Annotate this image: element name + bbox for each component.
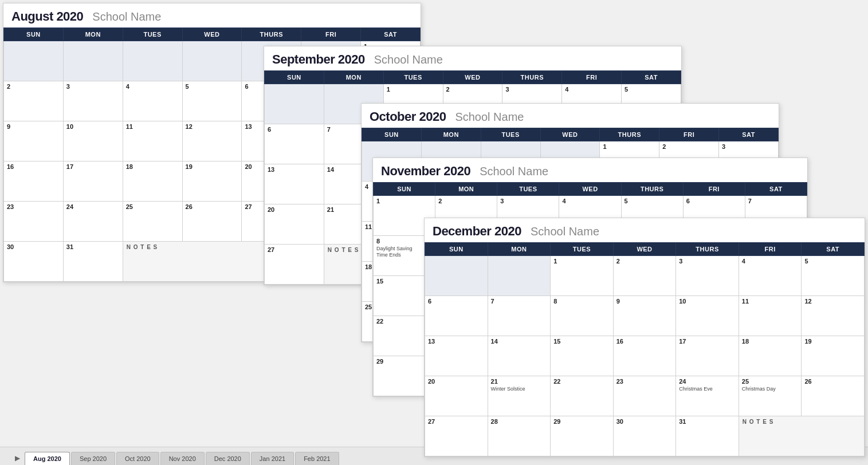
- table-row: 11: [123, 121, 182, 161]
- day-header-sun: SUN: [374, 183, 435, 196]
- tab-item[interactable]: Aug 2020: [25, 452, 70, 465]
- table-row: 27: [265, 245, 324, 285]
- day-number: 18: [742, 338, 799, 345]
- tab-item[interactable]: Oct 2020: [116, 452, 159, 465]
- day-number: 9: [7, 123, 60, 130]
- day-number: 31: [66, 243, 120, 250]
- day-number: 5: [625, 86, 678, 93]
- day-header-wed: WED: [559, 183, 621, 196]
- day-number: 1: [387, 86, 440, 93]
- table-row: 31: [63, 242, 123, 282]
- day-header-thurs: THURS: [242, 28, 301, 41]
- day-number: 26: [804, 378, 861, 385]
- day-header-mon: MON: [488, 243, 551, 256]
- day-number: 3: [679, 258, 736, 265]
- calendar-header-aug2020: August 2020School Name: [3, 3, 421, 27]
- day-number: 20: [428, 378, 485, 385]
- day-number: 10: [679, 298, 736, 305]
- table-row: 12: [182, 121, 242, 161]
- table-row: 23: [4, 202, 64, 242]
- table-row: 2: [613, 256, 676, 296]
- tab-item[interactable]: Nov 2020: [160, 452, 205, 465]
- table-row: 10: [676, 296, 739, 336]
- table-row: 13: [425, 336, 488, 376]
- table-row: 5: [802, 256, 865, 296]
- school-name-oct2020: School Name: [455, 111, 524, 124]
- tab-item[interactable]: Feb 2021: [295, 452, 339, 465]
- table-row: 4: [739, 256, 802, 296]
- day-number: 3: [66, 83, 120, 90]
- day-header-fri: FRI: [562, 71, 622, 84]
- day-header-thurs: THURS: [600, 128, 659, 141]
- day-number: 28: [491, 418, 548, 425]
- day-number: 17: [679, 338, 736, 345]
- tab-prev-arrow[interactable]: ▶: [11, 451, 23, 465]
- table-row: N O T E S: [739, 416, 864, 456]
- day-number: 29: [553, 418, 610, 425]
- day-number: 3: [500, 198, 556, 204]
- day-header-tues: TUES: [383, 71, 443, 84]
- calendar-header-dec2020: December 2020School Name: [425, 218, 865, 242]
- table-row: 8: [551, 296, 614, 336]
- school-name-aug2020: School Name: [92, 10, 161, 23]
- day-header-thurs: THURS: [621, 183, 683, 196]
- day-number: 17: [66, 163, 120, 170]
- day-number: 19: [186, 163, 239, 170]
- day-header-mon: MON: [63, 28, 123, 41]
- day-number: 31: [679, 418, 736, 425]
- day-header-sun: SUN: [265, 71, 324, 84]
- table-row: 16: [613, 336, 676, 376]
- day-number: 11: [742, 298, 799, 305]
- table-row: 21Winter Solstice: [488, 376, 551, 416]
- day-header-fri: FRI: [301, 28, 361, 41]
- day-number: 6: [268, 126, 321, 133]
- table-row: 15: [551, 336, 614, 376]
- month-title-dec2020: December 2020: [433, 224, 521, 239]
- day-number: 5: [625, 198, 680, 204]
- day-number: 11: [126, 123, 179, 130]
- table-row: 26: [182, 202, 242, 242]
- calendar-header-sep2020: September 2020School Name: [264, 46, 681, 70]
- day-header-tues: TUES: [551, 243, 614, 256]
- table-row: 28: [488, 416, 551, 456]
- school-name-sep2020: School Name: [374, 53, 443, 66]
- calendar-header-nov2020: November 2020School Name: [373, 158, 807, 182]
- day-number: 2: [7, 83, 60, 90]
- table-row: 30: [613, 416, 676, 456]
- table-row: 11: [739, 296, 802, 336]
- event-text: Christmas Day: [742, 386, 799, 392]
- day-header-sun: SUN: [362, 128, 422, 141]
- tab-item[interactable]: Dec 2020: [206, 452, 250, 465]
- table-row: 14: [488, 336, 551, 376]
- day-number: 27: [428, 418, 485, 425]
- table-row: 12: [802, 296, 865, 336]
- day-number: 18: [126, 163, 179, 170]
- table-row: 24Christmas Eve: [676, 376, 739, 416]
- table-row: [488, 256, 551, 296]
- month-title-nov2020: November 2020: [381, 164, 470, 179]
- day-number: 15: [553, 338, 610, 345]
- table-row: 6: [425, 296, 488, 336]
- day-number: 24: [66, 203, 120, 210]
- table-row: 16: [4, 161, 64, 202]
- day-number: 25: [742, 378, 799, 385]
- day-number: 3: [722, 143, 775, 150]
- day-header-mon: MON: [435, 183, 497, 196]
- day-header-sat: SAT: [802, 243, 865, 256]
- table-row: 3: [63, 81, 123, 121]
- day-number: 5: [186, 83, 239, 90]
- table-row: 6: [265, 124, 324, 164]
- day-header-mon: MON: [324, 71, 383, 84]
- day-number: 8: [553, 298, 610, 305]
- tab-item[interactable]: Jan 2021: [251, 452, 294, 465]
- day-header-fri: FRI: [683, 183, 745, 196]
- calendar-grid-dec2020: SUNMONTUESWEDTHURSFRISAT1234567891011121…: [425, 242, 865, 456]
- table-row: 5: [182, 81, 242, 121]
- day-number: 19: [804, 338, 861, 345]
- table-row: 25: [123, 202, 182, 242]
- day-number: 9: [616, 298, 673, 305]
- tab-item[interactable]: Sep 2020: [71, 452, 115, 465]
- day-number: 7: [491, 298, 548, 305]
- table-row: 13: [265, 164, 324, 204]
- table-row: 1: [551, 256, 614, 296]
